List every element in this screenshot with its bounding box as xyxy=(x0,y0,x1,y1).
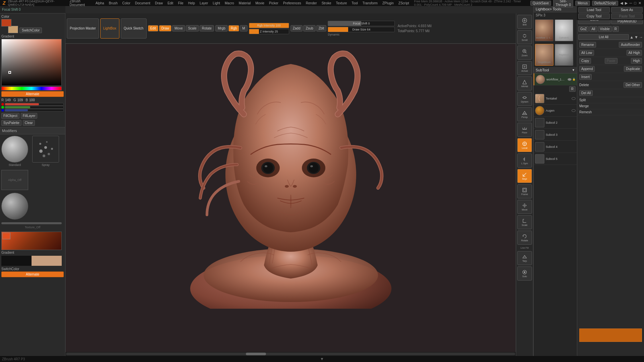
r-visibility-button[interactable]: R xyxy=(569,86,576,92)
nav-move[interactable]: Move xyxy=(517,200,532,214)
nav-solo[interactable]: Solo xyxy=(517,266,532,281)
goz-button[interactable]: GoZ xyxy=(578,26,589,32)
menu-light[interactable]: Light xyxy=(212,1,221,5)
lightbox-button[interactable]: LightBox xyxy=(100,18,119,39)
nav-sxyz[interactable]: Sxyz xyxy=(517,169,532,183)
high-button[interactable]: High xyxy=(631,58,642,64)
nav-rotate[interactable]: Rotate xyxy=(517,231,532,245)
menu-document[interactable]: Document xyxy=(134,1,151,5)
mrgb-button[interactable]: Mrgb xyxy=(215,25,228,32)
menu-render[interactable]: Render xyxy=(305,1,318,5)
subtool-item-augen[interactable]: Augen xyxy=(534,105,577,117)
zblt-button[interactable]: Zblt xyxy=(316,25,327,32)
nav-actual[interactable]: Actual xyxy=(517,61,532,75)
scroll-thumb[interactable] xyxy=(246,353,266,355)
move-button[interactable]: Move xyxy=(172,25,185,32)
material-preview-orange[interactable] xyxy=(579,328,642,342)
eye-icon-0[interactable] xyxy=(568,78,572,81)
color-picker[interactable] xyxy=(1,39,62,86)
r-slider[interactable] xyxy=(5,103,64,106)
scroll-bar-bottom[interactable] xyxy=(65,352,516,356)
zadd-button[interactable]: Zadd xyxy=(290,25,303,32)
quicksave-button[interactable]: QuickSave xyxy=(530,1,551,6)
alternate-button-2[interactable]: Alternate xyxy=(1,272,64,277)
switch-light[interactable] xyxy=(32,256,62,266)
paste-button[interactable]: Paste xyxy=(605,58,618,64)
nav-scroll[interactable]: Scroll xyxy=(517,30,532,44)
menu-brush[interactable]: Brush xyxy=(108,1,118,5)
subtool-item-sub3[interactable]: Subcol 3 xyxy=(534,129,577,141)
menu-file[interactable]: File xyxy=(177,1,184,5)
fill-object-button[interactable]: FillObject xyxy=(1,113,19,119)
menu-preferences[interactable]: Preferences xyxy=(282,1,302,5)
quick-sketch-button[interactable]: Quick Sketch xyxy=(121,18,147,39)
menu-help[interactable]: Help xyxy=(187,1,196,5)
switchcolor-button[interactable]: SwitchColor xyxy=(19,27,42,33)
draw-button[interactable]: Draw xyxy=(159,25,171,32)
nav-floor[interactable]: Floor xyxy=(517,123,532,137)
nav-right-icon[interactable]: ▶ xyxy=(625,1,628,5)
eye-icon-augen[interactable] xyxy=(572,109,576,112)
subtool-item-sub5[interactable]: Subcol 5 xyxy=(534,153,577,165)
list-arrow-down[interactable]: ▼ xyxy=(634,35,638,40)
menu-movie[interactable]: Movie xyxy=(254,1,265,5)
scroll-arrow[interactable]: ▼ xyxy=(320,357,324,361)
copy-button[interactable]: Copy xyxy=(579,58,591,64)
sys-palette-button[interactable]: SysPalette xyxy=(1,120,21,126)
b-value[interactable]: 100 xyxy=(29,98,35,102)
nav-zoom[interactable]: Zoom xyxy=(517,46,532,60)
eye-icon-tentakel[interactable] xyxy=(572,97,576,100)
edit-button[interactable]: Edit xyxy=(148,25,158,32)
focal-shift-slider[interactable]: Focal Shift 0 xyxy=(328,21,395,26)
list-arrow-right[interactable]: → xyxy=(639,35,643,40)
b-slider[interactable] xyxy=(5,109,64,112)
load-tool-button[interactable]: Load Tool xyxy=(578,7,610,13)
hue-slider[interactable] xyxy=(1,86,62,90)
duplicate-button[interactable]: Duplicate xyxy=(624,66,642,72)
model-thumb-singled[interactable]: SingleBrush xyxy=(535,44,553,66)
nav-tarp[interactable]: Tarp xyxy=(517,251,532,265)
nav-brill[interactable]: Brill xyxy=(517,15,532,29)
standard-brush-sphere[interactable] xyxy=(1,136,28,163)
minimize-icon[interactable]: ─ xyxy=(630,1,632,5)
menu-picker[interactable]: Picker xyxy=(268,1,279,5)
list-all-button[interactable]: List All xyxy=(578,34,629,40)
subtool-item-sub4[interactable]: Subcol 4 xyxy=(534,141,577,153)
insert-button[interactable]: Insert xyxy=(579,74,592,80)
gradient-display[interactable] xyxy=(1,232,62,250)
switch-dark[interactable] xyxy=(1,256,32,266)
nav-frame[interactable]: Frame xyxy=(517,184,532,198)
lock-icon-0[interactable]: 🔒 xyxy=(572,78,576,81)
r-goz-button[interactable]: R xyxy=(612,26,619,32)
paste-tool-button[interactable]: Paste Tool xyxy=(611,13,643,19)
g-value[interactable]: 109 xyxy=(17,98,23,102)
nav-scale[interactable]: Scale xyxy=(517,215,532,229)
nav-left-icon[interactable]: ◀ xyxy=(620,1,623,5)
spray-brush-display[interactable] xyxy=(32,136,59,163)
fg-color-swatch[interactable] xyxy=(1,19,11,26)
projection-master-button[interactable]: Projection Master xyxy=(67,18,99,39)
subtool-item-tentakel[interactable]: Tentakel xyxy=(534,93,577,105)
auto-reorder-button[interactable]: AutoReorder xyxy=(619,42,642,48)
visible-button[interactable]: Visible xyxy=(598,26,612,32)
rename-button[interactable]: Rename xyxy=(579,42,596,48)
subtool-item-sub2[interactable]: Subcol 2 xyxy=(534,117,577,129)
g-slider[interactable] xyxy=(5,106,64,109)
menu-zscript[interactable]: ZScript xyxy=(397,1,410,5)
menus-button[interactable]: Menus xyxy=(575,1,590,6)
fill-layer-button[interactable]: FillLayer xyxy=(21,113,38,119)
model-thumb-cylinder[interactable]: CylinderD xyxy=(555,19,573,41)
canvas-area[interactable] xyxy=(65,44,516,356)
del-other-button[interactable]: Del Other xyxy=(624,82,642,88)
r-value[interactable]: 149 xyxy=(5,98,11,102)
z-intensity-slider[interactable]: Z Intensity 25 xyxy=(249,29,289,34)
nav-aahat[interactable]: AAHat xyxy=(517,76,532,90)
alternate-button[interactable]: Alternate xyxy=(1,91,64,97)
model-thumb-poly[interactable]: PolyMesh xyxy=(555,44,573,66)
nav-persp[interactable]: Persp xyxy=(517,107,532,121)
menu-tool[interactable]: Tool xyxy=(351,1,359,5)
maximize-icon[interactable]: □ xyxy=(634,1,636,5)
menu-stroke[interactable]: Stroke xyxy=(321,1,332,5)
subtool-item-0[interactable]: workflow_1_texturing 🔒 xyxy=(534,73,577,85)
rgb-intensity-slider[interactable]: Rgb Intensity 100 xyxy=(249,23,289,28)
